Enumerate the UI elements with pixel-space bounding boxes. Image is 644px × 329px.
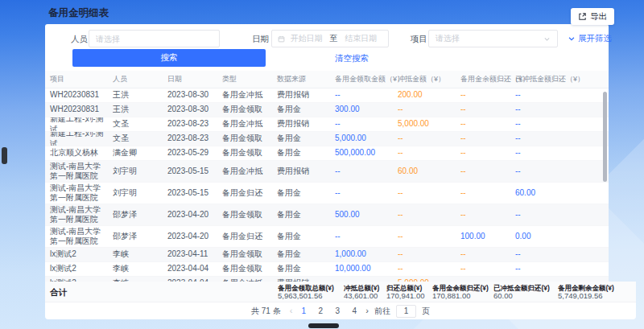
cell-source: 备用金 bbox=[277, 210, 335, 220]
summary-row: 合计 备用金领取总额(¥)5,963,501.56冲抵总额(¥)43,601.0… bbox=[45, 282, 636, 302]
summary-item-value: 60.00 bbox=[493, 292, 550, 301]
table-row: 测试-南昌大学第一附属医院邵梦泽2023-04-20备用金领取备用金500.00… bbox=[45, 204, 609, 226]
cell-received: -- bbox=[335, 119, 398, 130]
table-row: 新建工程-刘-测试文圣2023-08-23备用金领取备用金5,000.00---… bbox=[45, 132, 609, 146]
date-start-placeholder[interactable]: 开始日期 bbox=[285, 33, 328, 44]
cell-offset_return: -- bbox=[515, 119, 592, 130]
cell-person: 邵梦泽 bbox=[113, 232, 167, 242]
clear-search-link[interactable]: 清空搜索 bbox=[335, 49, 369, 67]
cell-date: 2023-08-30 bbox=[167, 90, 222, 101]
summary-item-value: 43,601.00 bbox=[344, 292, 379, 301]
cell-offset_return: -- bbox=[515, 134, 592, 144]
pagination-page-2[interactable]: 2 bbox=[315, 305, 326, 317]
chevron-down-icon bbox=[568, 35, 576, 43]
cell-type: 备用金领取 bbox=[222, 105, 277, 115]
project-select[interactable]: 请选择 bbox=[428, 30, 558, 47]
project-select-placeholder: 请选择 bbox=[436, 33, 543, 44]
table-row: lx测试2李峡2023-04-11备用金领取备用金1,000.00------ bbox=[45, 248, 609, 262]
summary-item: 备用金余额归还(¥)170,881.00 bbox=[432, 284, 489, 301]
cell-balance_return: -- bbox=[460, 264, 515, 274]
summary-item-value: 5,963,501.56 bbox=[278, 292, 334, 301]
chevron-down-icon bbox=[543, 35, 551, 43]
pagination-page-3[interactable]: 3 bbox=[332, 305, 343, 317]
cell-offset: 5,000.00 bbox=[398, 119, 460, 130]
pagination-next-icon[interactable]: › bbox=[365, 305, 369, 317]
cell-type: 备用金领取 bbox=[222, 249, 277, 260]
table-vertical-scrollbar[interactable] bbox=[603, 92, 607, 182]
cell-type: 备用金领取 bbox=[222, 264, 277, 274]
cell-offset: 200.00 bbox=[398, 90, 460, 101]
cell-type: 备用金归还 bbox=[222, 232, 277, 242]
table-row: 新建工程-刘-测试文圣2023-08-23备用金冲抵费用报销--5,000.00… bbox=[45, 117, 609, 132]
summary-item-value: 170,941.00 bbox=[386, 292, 425, 301]
cell-source: 备用金 bbox=[277, 264, 335, 274]
cell-received: 10,000.00 bbox=[335, 264, 398, 274]
bottom-handle[interactable] bbox=[308, 323, 339, 328]
export-button[interactable]: 导出 bbox=[571, 8, 614, 25]
cell-source: 费用报销 bbox=[277, 167, 335, 177]
pagination-prev-icon[interactable]: ‹ bbox=[290, 305, 293, 317]
cell-offset_return: -- bbox=[515, 264, 592, 274]
side-drawer-handle[interactable] bbox=[2, 147, 7, 164]
cell-source: 备用金 bbox=[277, 105, 335, 115]
cell-source: 备用金 bbox=[277, 134, 335, 144]
date-range-picker[interactable]: 开始日期 至 结束日期 bbox=[271, 30, 389, 47]
cell-date: 2023-05-29 bbox=[167, 148, 222, 158]
date-end-placeholder[interactable]: 结束日期 bbox=[340, 33, 383, 44]
pagination-page-1[interactable]: 1 bbox=[298, 305, 309, 317]
project-filter-label: 项目 bbox=[411, 30, 427, 47]
pagination-goto-input[interactable] bbox=[396, 305, 416, 318]
cell-source: 备用金 bbox=[277, 232, 335, 242]
cell-person: 王洪 bbox=[113, 105, 167, 115]
summary-item: 冲抵总额(¥)43,601.00 bbox=[344, 284, 379, 301]
cell-date: 2023-08-23 bbox=[167, 134, 222, 144]
cell-balance_return: -- bbox=[460, 90, 515, 101]
cell-balance_return: -- bbox=[460, 134, 515, 144]
cell-person: 李峡 bbox=[113, 249, 167, 260]
pagination-total-text: 共 71 条 bbox=[251, 306, 281, 317]
table-row: 测试-南昌大学第一附属医院刘宇明2023-05-15备用金归还备用金------… bbox=[45, 183, 609, 204]
filter-bar: 人员 日期 开始日期 至 结束日期 项目 请选择 bbox=[45, 24, 609, 69]
pagination-goto-label: 前往 bbox=[374, 306, 390, 317]
cell-offset_return: -- bbox=[515, 90, 592, 101]
cell-project: 测试-南昌大学第一附属医院 bbox=[50, 227, 113, 247]
cell-received: -- bbox=[335, 90, 398, 101]
cell-received: -- bbox=[335, 188, 398, 199]
cell-offset: -- bbox=[398, 264, 460, 274]
cell-project: 测试-南昌大学第一附属医院 bbox=[50, 183, 113, 204]
cell-offset: -- bbox=[398, 232, 460, 242]
cell-person: 文圣 bbox=[113, 119, 167, 130]
cell-type: 备用金领取 bbox=[222, 210, 277, 220]
cell-offset: 60.00 bbox=[398, 167, 460, 177]
cell-balance_return: -- bbox=[460, 105, 515, 115]
cell-source: 备用金 bbox=[277, 148, 335, 158]
summary-item-value: 5,749,019.56 bbox=[558, 292, 614, 301]
cell-received: 500.00 bbox=[335, 210, 398, 220]
cell-date: 2023-05-15 bbox=[167, 167, 222, 177]
expand-filters-link[interactable]: 展开筛选 bbox=[568, 30, 612, 47]
cell-received: 1,000.00 bbox=[335, 249, 398, 260]
calendar-icon bbox=[278, 35, 285, 43]
column-header-received-amount: 备用金领取金额（¥） bbox=[335, 74, 398, 84]
cell-offset: -- bbox=[398, 105, 460, 115]
cell-offset: -- bbox=[398, 210, 460, 220]
cell-project: WH20230831 bbox=[50, 90, 113, 101]
pagination: 共 71 条 ‹ 1234 › 前往 页 bbox=[45, 302, 636, 319]
main-card: 人员 日期 开始日期 至 结束日期 项目 请选择 bbox=[45, 24, 609, 282]
cell-offset_return: -- bbox=[515, 210, 592, 220]
cell-received: 500,000.00 bbox=[335, 148, 398, 158]
person-select-input[interactable] bbox=[89, 30, 220, 47]
export-label: 导出 bbox=[590, 11, 607, 23]
cell-date: 2023-04-11 bbox=[167, 249, 222, 260]
cell-offset: -- bbox=[398, 249, 460, 260]
cell-project: lx测试2 bbox=[50, 249, 113, 260]
column-header-project: 项目 bbox=[50, 74, 113, 84]
search-button[interactable]: 搜索 bbox=[72, 49, 266, 67]
cell-type: 备用金归还 bbox=[222, 188, 277, 199]
cell-project: 北京顺义杨林 bbox=[50, 148, 113, 158]
cell-project: 测试-南昌大学第一附属医院 bbox=[50, 205, 113, 225]
cell-offset_return: -- bbox=[515, 148, 592, 158]
cell-received: -- bbox=[335, 167, 398, 177]
pagination-page-4[interactable]: 4 bbox=[349, 305, 360, 317]
cell-received: 5,000.00 bbox=[335, 134, 398, 144]
